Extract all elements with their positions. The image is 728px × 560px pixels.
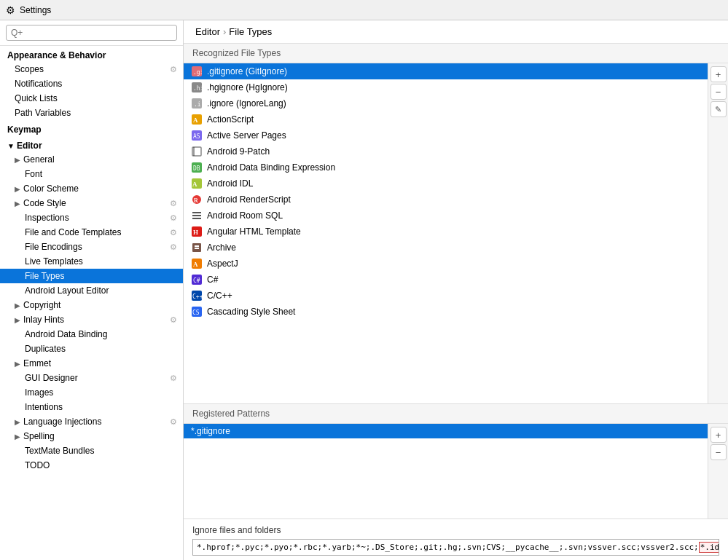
filetype-icon-csharp: C# xyxy=(191,274,203,285)
filetype-item-gitignore[interactable]: .gi .gitignore (GitIgnore) xyxy=(184,63,708,79)
svg-rect-24 xyxy=(195,245,199,247)
sidebar-item-font[interactable]: Font xyxy=(0,167,183,181)
sidebar-item-label: Font xyxy=(25,169,42,179)
svg-text:A: A xyxy=(193,117,198,124)
sidebar-item-quicklists[interactable]: Quick Lists xyxy=(0,91,183,106)
file-types-list: .gi .gitignore (GitIgnore) .hi .hgignore… xyxy=(184,63,708,403)
sidebar-item-label: Color Scheme xyxy=(23,184,79,194)
sidebar-item-inlayhints[interactable]: ▶ Inlay Hints ⚙ xyxy=(0,312,183,327)
sidebar-item-copyright[interactable]: ▶ Copyright xyxy=(0,298,183,312)
add-pattern-button[interactable]: + xyxy=(711,427,727,443)
sidebar-item-scopes[interactable]: ⚙ Scopes xyxy=(0,62,183,76)
filetype-icon-angular: H xyxy=(191,226,203,237)
add-filetype-button[interactable]: + xyxy=(711,66,727,82)
remove-filetype-button[interactable]: − xyxy=(711,84,727,100)
sidebar-item-notifications[interactable]: Notifications xyxy=(0,76,183,91)
arrow-copyright: ▶ xyxy=(15,301,20,309)
breadcrumb-parent: Editor xyxy=(195,26,220,37)
filetype-item-roomsql[interactable]: Android Room SQL xyxy=(184,208,708,224)
sidebar-item-images[interactable]: Images xyxy=(0,385,183,400)
ignore-field-row: *.hprof;*.pyc;*.pyo;*.rbc;*.yarb;*~;.DS_… xyxy=(192,539,719,556)
main-container: Appearance & Behavior ⚙ Scopes Notificat… xyxy=(0,20,728,560)
filetype-icon-gitignore: .gi xyxy=(191,66,203,77)
filetype-item-android9patch[interactable]: Android 9-Patch xyxy=(184,143,708,159)
svg-rect-19 xyxy=(192,215,201,216)
settings-icon-scopes: ⚙ xyxy=(170,65,177,74)
filetype-item-aspectj[interactable]: A AspectJ xyxy=(184,256,708,272)
sidebar-item-general[interactable]: ▶ General xyxy=(0,152,183,167)
filetype-item-cpp[interactable]: C++ C/C++ xyxy=(184,288,708,304)
filetype-item-csharp[interactable]: C# C# xyxy=(184,272,708,288)
sidebar-item-pathvariables[interactable]: Path Variables xyxy=(0,106,183,120)
filetype-icon-actionscript: A xyxy=(191,114,203,125)
filetype-icon-asp: AS xyxy=(191,130,203,141)
sidebar-item-spelling[interactable]: ▶ Spelling xyxy=(0,429,183,443)
filetype-label: .ignore (IgnoreLang) xyxy=(207,98,286,109)
sidebar-item-todo[interactable]: TODO xyxy=(0,458,183,473)
filetype-icon-cpp: C++ xyxy=(191,290,203,301)
filetype-item-hgignore[interactable]: .hi .hgignore (HgIgnore) xyxy=(184,79,708,95)
pattern-item-gitignore[interactable]: *.gitignore xyxy=(184,424,708,438)
sidebar-item-label: Duplicates xyxy=(25,344,66,354)
svg-text:.hi: .hi xyxy=(193,85,202,92)
svg-text:AS: AS xyxy=(193,133,200,140)
svg-rect-25 xyxy=(195,248,199,249)
sidebar-item-textmatebundles[interactable]: TextMate Bundles xyxy=(0,443,183,458)
remove-pattern-button[interactable]: − xyxy=(711,444,727,460)
filetype-icon-ignore: .i xyxy=(191,98,203,109)
sidebar-item-label: File Encodings xyxy=(25,242,82,252)
patterns-list: *.gitignore xyxy=(184,424,708,518)
filetype-item-ignore[interactable]: .i .ignore (IgnoreLang) xyxy=(184,95,708,111)
ignore-value-normal: *.hprof;*.pyc;*.pyo;*.rbc;*.yarb;*~;.DS_… xyxy=(197,543,699,552)
sidebar-item-androidlayouteditor[interactable]: Android Layout Editor xyxy=(0,283,183,298)
edit-filetype-button[interactable]: ✎ xyxy=(711,101,727,117)
settings-icon: ⚙ xyxy=(6,4,15,16)
filetype-item-css[interactable]: CS Cascading Style Sheet xyxy=(184,304,708,320)
sidebar-item-androiddatabinding[interactable]: Android Data Binding xyxy=(0,327,183,342)
breadcrumb: Editor › File Types xyxy=(184,20,728,44)
filetype-item-renderscript[interactable]: R Android RenderScript xyxy=(184,192,708,208)
sidebar-item-duplicates[interactable]: Duplicates xyxy=(0,342,183,356)
sidebar-item-languageinjections[interactable]: ▶ Language Injections ⚙ xyxy=(0,414,183,429)
ignore-input-container[interactable]: *.hprof;*.pyc;*.pyo;*.rbc;*.yarb;*~;.DS_… xyxy=(192,539,719,556)
filetype-item-databinding[interactable]: DB Android Data Binding Expression xyxy=(184,159,708,176)
sidebar-item-codestyle[interactable]: ▶ Code Style ⚙ xyxy=(0,196,183,210)
sidebar-item-fileencodings[interactable]: File Encodings ⚙ xyxy=(0,240,183,254)
sidebar-item-label: Path Variables xyxy=(15,108,71,118)
sidebar-item-label: Quick Lists xyxy=(15,93,58,103)
ignore-label: Ignore files and folders xyxy=(192,525,719,535)
sidebar-item-label: File Types xyxy=(25,271,64,281)
svg-text:A: A xyxy=(193,261,198,268)
filetype-label: Angular HTML Template xyxy=(207,226,301,237)
svg-text:C#: C# xyxy=(193,277,200,284)
sidebar-item-guidesigner[interactable]: GUI Designer ⚙ xyxy=(0,371,183,385)
editor-arrow: ▼ xyxy=(7,142,15,150)
filetype-item-androidIDL[interactable]: A Android IDL xyxy=(184,176,708,192)
sidebar-item-livetemplates[interactable]: Live Templates xyxy=(0,254,183,269)
sidebar-item-emmet[interactable]: ▶ Emmet xyxy=(0,356,183,371)
filetype-label: Android IDL xyxy=(207,178,253,189)
sidebar-item-filecodetemplates[interactable]: File and Code Templates ⚙ xyxy=(0,225,183,240)
filetype-icon-hgignore: .hi xyxy=(191,82,203,93)
sidebar-item-label: Android Data Binding xyxy=(25,329,107,339)
filetype-item-angular[interactable]: H Angular HTML Template xyxy=(184,224,708,240)
filetype-label: .hgignore (HgIgnore) xyxy=(207,82,288,92)
filetype-item-asp[interactable]: AS Active Server Pages xyxy=(184,127,708,143)
sidebar-item-intentions[interactable]: Intentions xyxy=(0,400,183,414)
sidebar-item-label: Emmet xyxy=(23,358,51,368)
sidebar-item-colorscheme[interactable]: ▶ Color Scheme xyxy=(0,181,183,196)
main-content: Editor › File Types Recognized File Type… xyxy=(184,20,728,560)
sidebar-item-label: Scopes xyxy=(15,64,44,74)
arrow-langinjections: ▶ xyxy=(15,418,20,426)
window-title: Settings xyxy=(20,5,51,15)
filetype-item-archive[interactable]: Archive xyxy=(184,240,708,256)
sidebar-item-filetypes[interactable]: File Types xyxy=(0,269,183,283)
panel-container: Recognized File Types .gi .gitignore (Gi… xyxy=(184,44,728,560)
filetype-item-actionscript[interactable]: A ActionScript xyxy=(184,111,708,127)
sidebar-item-inspections[interactable]: Inspections ⚙ xyxy=(0,210,183,225)
filetype-label: Android Room SQL xyxy=(207,210,283,221)
breadcrumb-current: File Types xyxy=(229,26,272,37)
section-editor: ▼Editor xyxy=(0,136,183,152)
sidebar-item-label: Code Style xyxy=(23,198,66,208)
search-input[interactable] xyxy=(6,25,177,41)
